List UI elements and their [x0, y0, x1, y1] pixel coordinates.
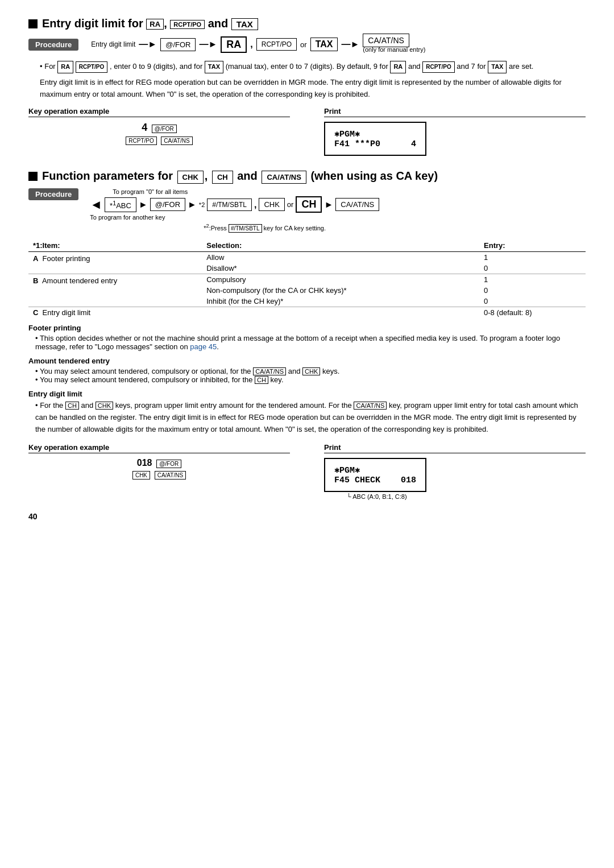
print-line1: ✱PGM✱	[334, 129, 416, 139]
kop2-ca: CA/AT/NS	[155, 471, 186, 480]
procedure2-wrapper: Procedure To program "0" for all items ◄…	[28, 188, 586, 232]
flow-ca-wrapper: CA/AT/NS (only for manual entry)	[363, 36, 425, 53]
arrow-flow2-1: ►	[139, 200, 148, 210]
kop-line1: 4 @/FOR	[28, 122, 290, 134]
print2-f45: F45 CHECK	[334, 476, 380, 485]
kop-rcptpo: RCPT/PO	[126, 137, 156, 145]
section1-bullet: • For RA RCPT/PO , enter 0 to 9 (digits)…	[40, 61, 586, 73]
loop-indicator: ◄	[90, 199, 102, 211]
amount-tendered-section: Amount tendered entry • You may select a…	[28, 357, 586, 384]
kop-num: 4	[142, 122, 147, 133]
star2-sup: *2	[199, 201, 205, 208]
up-arrow-indicator: ◄	[90, 199, 102, 211]
page-number: 40	[28, 512, 586, 521]
key-op-diagram-1: 4 @/FOR RCPT/PO CA/AT/NS	[28, 122, 290, 144]
procedure1-badge: Procedure	[28, 39, 78, 51]
print-box-2: ✱PGM✱ F45 CHECK 018	[324, 458, 426, 492]
footer-printing-title: Footer printing	[28, 324, 586, 332]
td-compulsory-entry: 1	[479, 274, 586, 286]
bullet-text: For	[44, 62, 57, 71]
th-entry: Entry:	[479, 239, 586, 252]
amount-line1: • You may select amount tendered, compul…	[35, 367, 586, 375]
bullet-dot: •	[40, 62, 43, 71]
td-non-compulsory: Non-compulsory (for the CA or CHK keys)*	[202, 285, 479, 296]
table-row-c: C Entry digit limit 0-8 (default: 8)	[28, 307, 586, 319]
flow2-container: To program "0" for all items ◄ *1ABC ► @…	[90, 188, 379, 232]
kop2-line1: 018 @/FOR	[28, 458, 290, 468]
entry-digit-body: • For the CH and CHK keys, program upper…	[35, 400, 586, 435]
arrow-flow2-2: ►	[188, 200, 197, 210]
td-c-letter: C Entry digit limit	[28, 307, 202, 319]
td-allow-entry: 1	[479, 252, 586, 263]
or-text2: or	[287, 200, 294, 209]
td-disallow: Disallow*	[202, 263, 479, 274]
arrow3: —►	[341, 39, 359, 49]
abc-note: └ ABC (A:0, B:1, C:8)	[347, 493, 426, 500]
key-rcptpo: RCPT/PO	[170, 20, 205, 29]
bullet-text2: , enter 0 to 9 (digits), and for	[110, 62, 205, 71]
td-inhibit-entry: 0	[479, 296, 586, 307]
procedure2-badge: Procedure	[28, 188, 78, 200]
footer-printing-section: Footer printing • This option decides wh…	[28, 324, 586, 351]
section1-title: Entry digit limit for RA, RCPT/PO and TA…	[28, 17, 586, 30]
when-text: (when using as CA key)	[310, 170, 438, 182]
print-f41: F41 ***P0	[334, 139, 380, 149]
only-manual-note: (only for manual entry)	[363, 46, 425, 53]
kop-line2: RCPT/PO CA/AT/NS	[28, 136, 290, 144]
inline-rcptpo2: RCPT/PO	[422, 61, 454, 73]
flow-chk2: CHK	[259, 198, 284, 211]
col-key-op-1: Key operation example 4 @/FOR RCPT/PO CA…	[28, 107, 290, 156]
inline-ra2: RA	[390, 61, 406, 73]
footer-printing-body: • This option decides whether or not the…	[35, 334, 586, 351]
col-print-1: Print ✱PGM✱ F41 ***P0 4	[324, 107, 586, 156]
td-b-letter: B Amount tendered entry	[28, 274, 202, 307]
table-row-a1: A Footer printing Allow 1	[28, 252, 586, 263]
arrow-flow2-3: ►	[324, 200, 333, 210]
td-digit-range	[202, 307, 479, 319]
flow-for1: @/FOR	[160, 38, 196, 51]
page-link[interactable]: page 45	[190, 342, 217, 351]
comma1: ,	[250, 39, 252, 49]
key-chk-title: CHK	[177, 171, 204, 184]
print2-line2: F45 CHECK 018	[334, 476, 416, 485]
flow-tmsbtl: #/TM/SBTL	[207, 199, 252, 211]
arrow2: —►	[199, 39, 217, 49]
black-square-icon	[28, 19, 38, 28]
star2-note: *2:Press #/TM/SBTL key for CA key settin…	[204, 223, 379, 232]
and-text: and	[408, 62, 422, 71]
key-tax: TAX	[231, 18, 258, 30]
inline-chk: CHK	[302, 367, 320, 375]
flow-tax: TAX	[310, 38, 338, 51]
amount-tendered-title: Amount tendered entry	[28, 357, 586, 365]
inline-ra: RA	[57, 61, 73, 73]
section2-example: Key operation example 018 @/FOR CHK CA/A…	[28, 443, 586, 501]
bullet-text5: are set.	[509, 62, 533, 71]
th-selection: Selection:	[202, 239, 479, 252]
td-compulsory: Compulsory	[202, 274, 479, 286]
key-ca-title: CA/AT/NS	[262, 171, 306, 184]
key-op-title-1: Key operation example	[28, 107, 290, 117]
inline-rcptpo: RCPT/PO	[76, 61, 107, 73]
black-square-icon-2	[28, 172, 38, 181]
section1-example: Key operation example 4 @/FOR RCPT/PO CA…	[28, 107, 586, 156]
print2-line1: ✱PGM✱	[334, 465, 416, 476]
td-inhibit: Inhibit (for the CH key)*	[202, 296, 479, 307]
print-val: 4	[411, 139, 416, 149]
flow-rcptpo: RCPT/PO	[256, 38, 297, 51]
col-print-2: Print ✱PGM✱ F45 CHECK 018 └ ABC (A:0, B:…	[324, 443, 586, 501]
inline-ch2: CH	[65, 402, 79, 410]
inline-ca-at: CA/AT/NS	[253, 367, 286, 375]
below-label: To program for another key	[90, 214, 379, 221]
key-op-title-2: Key operation example	[28, 443, 290, 453]
kop2-line2: CHK CA/AT/NS	[28, 470, 290, 479]
flow-abc: *1ABC	[105, 197, 136, 212]
kop2-num: 018	[137, 458, 152, 468]
or-text1: or	[300, 40, 307, 49]
kop-for: @/FOR	[152, 125, 177, 133]
flow-ch2: CH	[296, 196, 322, 213]
print-box-2-wrapper: ✱PGM✱ F45 CHECK 018 └ ABC (A:0, B:1, C:8…	[324, 458, 426, 500]
flow-ca2: CA/AT/NS	[335, 198, 379, 211]
inline-ca2: CA/AT/NS	[354, 402, 387, 410]
flow-ra: RA	[221, 36, 247, 53]
key-ra: RA	[146, 19, 164, 30]
